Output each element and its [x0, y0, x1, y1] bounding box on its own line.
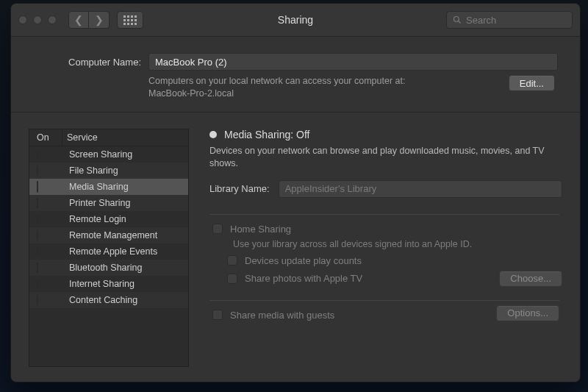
service-row[interactable]: Media Sharing [29, 179, 188, 195]
update-play-counts-checkbox[interactable] [227, 255, 237, 266]
share-photos-label: Share photos with Apple TV [245, 273, 362, 284]
service-row[interactable]: Screen Sharing [29, 146, 188, 163]
service-checkbox[interactable] [37, 149, 38, 160]
share-guests-group: Share media with guests Options... [209, 301, 562, 325]
service-label: Bluetooth Sharing [62, 263, 188, 273]
back-button[interactable]: ❮ [68, 11, 89, 29]
share-guests-checkbox[interactable] [212, 310, 223, 320]
service-checkbox[interactable] [37, 278, 38, 290]
service-label: File Sharing [62, 165, 188, 176]
service-label: Remote Apple Events [62, 246, 188, 257]
guest-options-button[interactable]: Options... [496, 305, 559, 321]
close-icon[interactable] [18, 15, 27, 24]
service-checkbox[interactable] [37, 262, 38, 274]
service-row[interactable]: Remote Login [29, 211, 188, 227]
status-row: Media Sharing: Off [209, 129, 562, 140]
search-icon [453, 15, 462, 24]
status-text: Media Sharing: Off [224, 129, 309, 140]
service-row[interactable]: Bluetooth Sharing [29, 260, 188, 276]
service-description: Devices on your network can browse and p… [209, 145, 562, 170]
home-sharing-label: Home Sharing [230, 224, 291, 235]
col-header-service: Service [62, 129, 188, 146]
home-sharing-group: Home Sharing Use your library across all… [209, 215, 562, 300]
service-checkbox[interactable] [37, 294, 38, 306]
sharing-preferences-window: ❮ ❯ Sharing Search Computer Name: MacBoo… [10, 3, 581, 382]
chevron-right-icon: ❯ [95, 14, 104, 26]
status-indicator-icon [209, 131, 217, 138]
service-row[interactable]: Remote Management [29, 227, 188, 243]
service-label: Content Caching [62, 295, 188, 305]
minimize-icon[interactable] [33, 15, 42, 24]
service-checkbox[interactable] [37, 165, 38, 177]
services-table: On Service Screen SharingFile SharingMed… [29, 129, 189, 367]
service-detail-pane: Media Sharing: Off Devices on your netwo… [209, 129, 562, 367]
service-row[interactable]: Printer Sharing [29, 195, 188, 211]
service-checkbox[interactable] [37, 181, 38, 193]
service-checkbox[interactable] [37, 213, 38, 225]
zoom-icon[interactable] [48, 15, 57, 24]
choose-photos-button[interactable]: Choose... [499, 271, 562, 287]
services-header: On Service [29, 129, 188, 146]
search-input[interactable]: Search [446, 11, 573, 29]
show-all-preferences-button[interactable] [117, 11, 143, 29]
computer-name-field[interactable]: MacBook Pro (2) [148, 53, 558, 71]
service-label: Media Sharing [62, 182, 188, 192]
chevron-left-icon: ❮ [74, 14, 83, 26]
update-play-counts-label: Devices update play counts [245, 255, 362, 266]
search-placeholder: Search [466, 15, 496, 26]
share-guests-label: Share media with guests [230, 310, 334, 321]
nav-back-forward: ❮ ❯ [68, 11, 110, 29]
col-header-on: On [29, 132, 62, 143]
service-row[interactable]: Remote Apple Events [29, 243, 188, 260]
titlebar: ❮ ❯ Sharing Search [11, 4, 580, 37]
edit-hostname-button[interactable]: Edit... [509, 75, 555, 91]
service-label: Screen Sharing [62, 149, 188, 160]
computer-name-section: Computer Name: MacBook Pro (2) Computers… [11, 37, 580, 113]
service-checkbox[interactable] [37, 246, 38, 257]
service-row[interactable]: Content Caching [29, 292, 188, 308]
grid-icon [123, 15, 137, 25]
traffic-lights [18, 15, 57, 24]
forward-button[interactable]: ❯ [89, 11, 110, 29]
service-row[interactable]: Internet Sharing [29, 276, 188, 292]
svg-point-0 [454, 17, 459, 22]
service-label: Internet Sharing [62, 279, 188, 289]
service-checkbox[interactable] [37, 229, 38, 241]
svg-line-1 [459, 21, 461, 24]
content-area: On Service Screen SharingFile SharingMed… [11, 113, 580, 382]
home-sharing-description: Use your library across all devices sign… [233, 239, 562, 249]
library-name-field[interactable]: AppleInsider's Library [279, 180, 562, 198]
computer-name-subtext: Computers on your local network can acce… [148, 75, 509, 100]
library-name-label: Library Name: [209, 183, 270, 194]
service-label: Remote Management [62, 230, 188, 240]
service-row[interactable]: File Sharing [29, 163, 188, 179]
service-checkbox[interactable] [37, 197, 38, 209]
computer-name-label: Computer Name: [33, 57, 148, 68]
service-label: Printer Sharing [62, 198, 188, 208]
service-label: Remote Login [62, 214, 188, 224]
share-photos-checkbox[interactable] [227, 274, 237, 284]
home-sharing-checkbox[interactable] [212, 224, 223, 234]
